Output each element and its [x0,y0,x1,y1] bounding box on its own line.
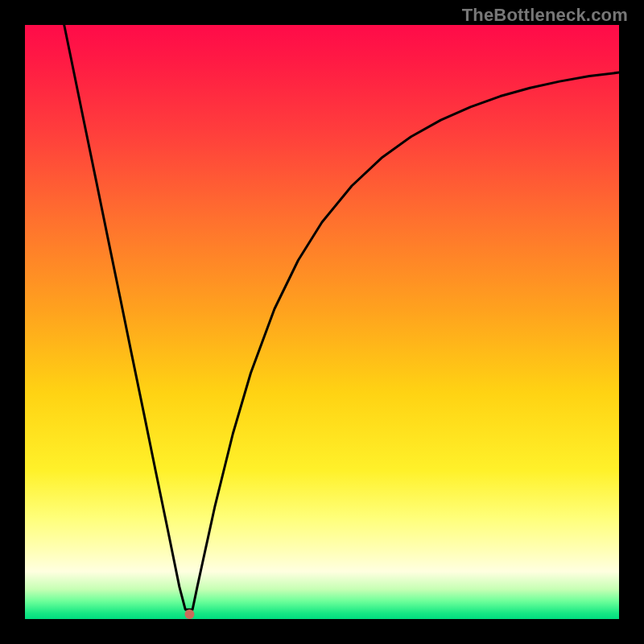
chart-frame: TheBottleneck.com [0,0,644,644]
min-point-dot [184,609,194,619]
bottleneck-curve [64,25,619,609]
watermark-text: TheBottleneck.com [462,5,628,26]
curve-overlay [25,25,619,619]
